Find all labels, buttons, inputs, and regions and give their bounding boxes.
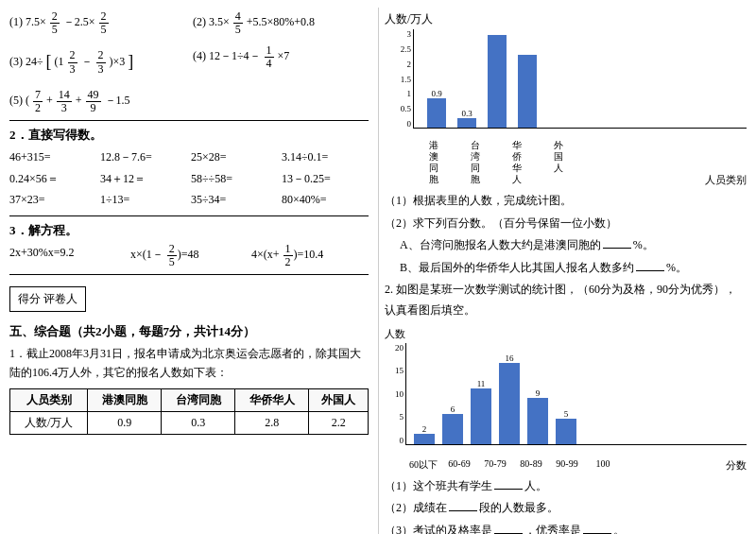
ytick-10: 10: [385, 389, 404, 399]
calc-3-2: 1÷13=: [100, 190, 187, 209]
frac-den: 3: [96, 63, 106, 76]
bar-group-tw: 0.3: [457, 109, 476, 128]
frac-9: 49 9: [86, 89, 101, 114]
q1-2: （2）求下列百分数。（百分号保留一位小数）: [385, 214, 747, 234]
table-cell-tw: 0.3: [162, 411, 235, 434]
sbar-2: 6: [442, 405, 463, 444]
table-header-1: 港澳同胞: [88, 388, 162, 411]
slabel-3: 70-79: [477, 458, 513, 473]
divider-3: [9, 274, 369, 275]
eq-3: 4×(x+ 1 2 )=10.4: [251, 243, 369, 268]
bar-s6: [556, 419, 576, 444]
blank-2-1: [494, 489, 523, 490]
frac-den: 5: [99, 24, 109, 36]
chart1-bars-area: 0.9 0.3: [413, 29, 747, 129]
section2-title: 2．直接写得数。: [9, 127, 369, 144]
ytick-20: 20: [385, 343, 404, 353]
p4-text: (4) 12－1÷4－: [193, 49, 261, 62]
frac-den: 9: [89, 102, 98, 114]
slabel-5: 90-99: [549, 458, 585, 473]
sbar-4: 16: [499, 353, 520, 444]
problem-1-5: (5) ( 7 2 + 14 3 + 49 9 －1.5: [9, 89, 369, 114]
p2-text: (2) 3.5×: [193, 15, 230, 28]
xlabel-overseas: 华侨华人: [496, 140, 538, 185]
calc-2-3: 58÷÷58=: [191, 169, 278, 188]
frac-4: 2 3: [68, 49, 77, 75]
ytick-5: 5: [385, 412, 404, 422]
people-table: 人员类别 港澳同胞 台湾同胞 华侨华人 外国人 人数/万人 0.9 0.3 2.…: [9, 388, 369, 435]
big-problem-1-text: 1．截止2008年3月31日，报名申请成为北京奥运会志愿者的，除其国大陆的106…: [9, 344, 369, 383]
problem-1-4: (4) 12－1÷4－ 1 4 ×7: [193, 43, 369, 81]
bar-foreign: [518, 55, 537, 128]
eq-2: x×(1－ 2 5 )=48: [130, 243, 248, 268]
chart2-x-title: 分数: [621, 458, 747, 473]
frac-den: 5: [233, 24, 243, 36]
frac-num: 49: [86, 89, 101, 102]
sbar-val-6: 5: [564, 409, 569, 419]
calc-grid: 46+315= 12.8－7.6= 25×28= 3.14÷0.1= 0.24×…: [9, 147, 369, 209]
tick-05: 0.5: [385, 104, 411, 113]
calc-2-2: 34＋12＝: [100, 169, 187, 188]
xlabel-hk: 港澳同胞: [413, 140, 455, 185]
p3-prefix: (3) 24÷: [9, 55, 43, 68]
frac-den: 2: [33, 102, 43, 114]
chart2-y-ticks: 0 5 10 15 20: [385, 343, 405, 445]
frac-7: 7 2: [33, 89, 43, 114]
frac-den: 5: [50, 24, 60, 36]
frac-den: 2: [284, 256, 293, 268]
equations-block: 2x+30%x=9.2 x×(1－ 2 5 )=48 4×(x+ 1 2 )=1…: [9, 243, 369, 268]
bar-tw: [457, 118, 476, 128]
blank-2-2: [449, 510, 477, 511]
sbar-3: 11: [471, 379, 491, 444]
blank-B: [636, 270, 664, 271]
bar-s4: [499, 363, 520, 444]
bar-s3: [471, 388, 491, 444]
q1-1: （1）根据表里的人数，完成统计图。: [385, 191, 747, 212]
q2-1: （1）这个班共有学生人。: [385, 476, 747, 497]
sbar-val-3: 11: [477, 379, 486, 388]
table-header-3: 华侨华人: [235, 388, 309, 411]
chart1-xlabels: 港澳同胞 台湾同胞 华侨华人 外国人 人员类别: [385, 140, 747, 185]
p1-prefix: (1) 7.5×: [9, 15, 46, 28]
chart1-wrapper: 0 0.5 1 1.5 2 2.5 3 0.9: [385, 29, 747, 138]
slabel-1: 60以下: [405, 458, 441, 473]
slabel-2: 60-69: [441, 458, 477, 473]
frac-num: 4: [233, 10, 243, 24]
p1-mid: －2.5×: [63, 15, 95, 28]
eq2-frac: 2 5: [167, 243, 177, 268]
calc-2-4: 13－0.25=: [282, 169, 369, 188]
tick-1: 1: [385, 89, 411, 98]
frac-num: 7: [33, 89, 43, 102]
frac-6: 1 4: [265, 44, 274, 70]
frac-2: 2 5: [99, 10, 109, 36]
sbar-6: 5: [556, 409, 576, 444]
table-header-4: 外国人: [309, 388, 369, 411]
frac-num: 2: [96, 49, 106, 62]
calc-1-3: 25×28=: [191, 147, 278, 166]
chart2-wrapper: 0 5 10 15 20 2: [385, 343, 747, 456]
section3-title: 3．解方程。: [9, 222, 369, 239]
ytick-0: 0: [385, 436, 404, 445]
table-cell-overseas: 2.8: [235, 411, 309, 434]
xlabel-tw: 台湾同胞: [455, 140, 496, 185]
table-header-0: 人员类别: [10, 388, 88, 411]
frac-8: 14 3: [57, 89, 72, 114]
xlabel-foreign: 外国人: [538, 140, 579, 185]
bar-hk: [427, 98, 446, 128]
frac-num: 2: [99, 10, 109, 24]
table-header-2: 台湾同胞: [162, 388, 235, 411]
divider-2: [9, 215, 369, 216]
chart2-container: 人数 0 5 10 15 20 2: [385, 327, 747, 473]
chart2-bars-area: 2 6 11: [405, 343, 747, 445]
bar-val-tw: 0.3: [461, 109, 472, 118]
page: (1) 7.5× 2 5 －2.5× 2 5 (2) 3.5×: [0, 0, 756, 534]
questions-block-2: （1）这个班共有学生人。 （2）成绩在段的人数最多。 （3）考试的及格率是，优秀…: [385, 476, 747, 534]
bar-val-hk: 0.9: [431, 89, 441, 98]
chart2-xlabels: 60以下 60-69 70-79 80-89 90-99 100 分数: [385, 458, 747, 473]
calc-3-1: 37×23=: [9, 190, 96, 209]
sbar-5: 9: [527, 388, 548, 444]
bar-group-hk: 0.9: [427, 89, 446, 128]
slabel-4: 80-89: [513, 458, 549, 473]
q1-B: B、最后国外的华侨华人比其国人报名人数多约%。: [385, 258, 747, 279]
frac-num: 2: [167, 243, 177, 256]
